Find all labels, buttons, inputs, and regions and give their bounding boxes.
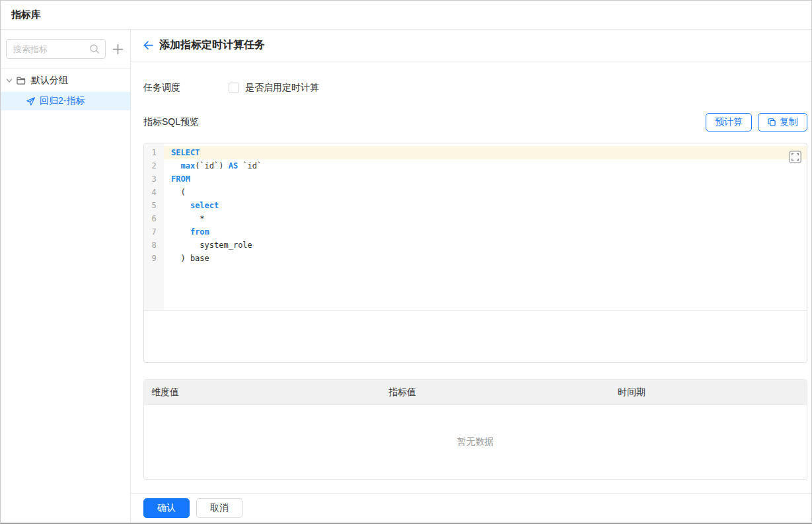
schedule-row: 任务调度 是否启用定时计算 [143, 77, 807, 98]
enable-schedule-checkbox[interactable] [229, 83, 239, 93]
caret-down-icon[interactable] [5, 77, 13, 85]
tree-group-default[interactable]: 默认分组 [1, 72, 130, 89]
code-line: ( [164, 186, 807, 199]
main-header: 添加指标定时计算任务 [131, 30, 811, 61]
line-number: 1 [144, 146, 164, 159]
page-title: 添加指标定时计算任务 [159, 38, 265, 52]
cancel-button[interactable]: 取消 [196, 498, 242, 518]
folder-icon [16, 75, 26, 86]
fullscreen-icon[interactable] [789, 151, 801, 163]
line-number: 5 [144, 199, 164, 212]
precompute-button-label: 预计算 [715, 116, 743, 128]
code-line: SELECT [164, 146, 807, 159]
code-line: select [164, 199, 807, 212]
code-line: from [164, 225, 807, 239]
column-header-period: 时间期 [610, 387, 807, 398]
search-icon [89, 44, 100, 54]
form-content: 任务调度 是否启用定时计算 指标SQL预览 预计算 [131, 61, 811, 493]
sidebar: 默认分组 回归2-指标 [1, 30, 131, 523]
confirm-button[interactable]: 确认 [143, 498, 190, 518]
code-line: max(`id`) AS `id` [164, 159, 807, 172]
line-number: 6 [144, 212, 164, 225]
app-title: 指标库 [11, 9, 41, 21]
code-line: system_role [164, 239, 807, 252]
schedule-label: 任务调度 [143, 82, 229, 94]
indicator-tree: 默认分组 回归2-指标 [1, 69, 130, 110]
line-number: 4 [144, 186, 164, 199]
send-icon [26, 96, 36, 106]
app-window: 指标库 [0, 0, 812, 524]
column-header-indicator: 指标值 [381, 387, 610, 398]
precompute-button[interactable]: 预计算 [706, 113, 752, 131]
sql-preview-label: 指标SQL预览 [143, 116, 199, 128]
sql-preview-row: 指标SQL预览 预计算 复制 [143, 113, 807, 131]
empty-state-text: 暂无数据 [457, 436, 494, 448]
line-number: 2 [144, 159, 164, 172]
column-header-dimension: 维度值 [144, 387, 381, 398]
tree-item-label: 回归2-指标 [40, 95, 85, 107]
copy-icon [767, 118, 776, 127]
table-body: 暂无数据 [144, 405, 807, 479]
tree-item-selected[interactable]: 回归2-指标 [1, 92, 130, 110]
sql-editor[interactable]: 123456789 SELECT max(`id`) AS `id`FROM (… [143, 143, 807, 363]
line-number: 3 [144, 172, 164, 186]
line-number: 9 [144, 252, 164, 265]
top-bar: 指标库 [1, 1, 811, 30]
copy-button[interactable]: 复制 [758, 113, 807, 131]
form-footer: 确认 取消 [131, 493, 811, 523]
code-line: ) base [164, 252, 807, 265]
sidebar-search-row [1, 30, 130, 69]
add-indicator-button[interactable] [110, 42, 125, 56]
code-line: * [164, 212, 807, 225]
main-panel: 添加指标定时计算任务 任务调度 是否启用定时计算 指标SQL预览 预计算 [131, 30, 811, 523]
editor-code-area[interactable]: SELECT max(`id`) AS `id`FROM ( select * … [164, 143, 807, 310]
table-header: 维度值 指标值 时间期 [144, 380, 807, 405]
enable-schedule-label[interactable]: 是否启用定时计算 [245, 82, 319, 94]
back-button[interactable] [143, 40, 154, 51]
editor-line-numbers: 123456789 [144, 143, 164, 310]
code-line: FROM [164, 172, 807, 186]
line-number: 8 [144, 239, 164, 252]
copy-button-label: 复制 [780, 116, 798, 128]
result-table: 维度值 指标值 时间期 暂无数据 [143, 379, 807, 480]
tree-group-label: 默认分组 [31, 75, 68, 87]
line-number: 7 [144, 225, 164, 239]
